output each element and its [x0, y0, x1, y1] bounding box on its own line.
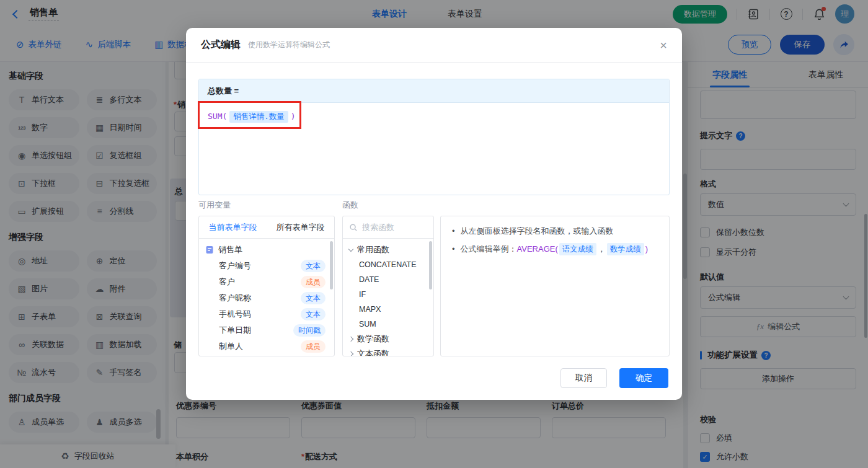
document-icon: [205, 245, 214, 254]
tree-root-form[interactable]: 销售单: [199, 242, 334, 258]
cancel-button[interactable]: 取消: [560, 368, 607, 388]
function-item-concatenate[interactable]: CONCATENATE: [343, 257, 433, 272]
variable-row[interactable]: 下单日期时间戳: [199, 322, 334, 338]
functions-section-label: 函数: [342, 200, 358, 211]
list-item-partial[interactable]: [199, 355, 334, 356]
variable-type-badge: 时间戳: [293, 324, 326, 337]
variable-type-badge: 文本: [301, 292, 326, 304]
confirm-button[interactable]: 确定: [619, 368, 668, 388]
function-name: SUM(: [208, 112, 227, 121]
tab-current-form-fields[interactable]: 当前表单字段: [209, 222, 257, 233]
functions-list: 常用函数 CONCATENATEDATEIFMAPXSUM 数学函数 文本函数: [343, 239, 433, 356]
function-item-mapx[interactable]: MAPX: [343, 302, 433, 317]
variable-row[interactable]: 制单人成员: [199, 338, 334, 355]
variables-section-label: 可用变量: [198, 200, 231, 211]
variables-list: 销售单 客户编号文本客户成员客户昵称文本手机号码文本下单日期时间戳制单人成员: [199, 239, 334, 356]
function-item-sum[interactable]: SUM: [343, 317, 433, 332]
app-window: 销售单 表单设计 表单设置 数据管理 ? 理 ⊘表单外链∿后端脚本▥数据权限 预…: [0, 0, 868, 468]
variable-name: 客户: [219, 276, 235, 288]
example-field-chip: 语文成绩: [559, 243, 596, 255]
variable-row[interactable]: 手机号码文本: [199, 306, 334, 322]
formula-editor: 总数量 = SUM(销售详情.数量): [198, 79, 670, 195]
variable-type-badge: 成员: [301, 276, 326, 288]
function-group-common[interactable]: 常用函数: [343, 242, 433, 257]
function-item-date[interactable]: DATE: [343, 272, 433, 287]
function-search-input[interactable]: [362, 223, 424, 232]
example-function-name: AVERAGE(: [517, 244, 558, 254]
chevron-right-icon: [348, 351, 353, 356]
chevron-right-icon: [348, 337, 353, 342]
variable-name: 下单日期: [219, 325, 251, 336]
function-items: CONCATENATEDATEIFMAPXSUM: [343, 257, 433, 332]
search-icon: [349, 223, 358, 232]
formula-target: 总数量 =: [199, 79, 669, 103]
formula-editor-modal: 公式编辑 使用数学运算符编辑公式 × 总数量 = SUM(销售详情.数量) 可用…: [186, 28, 682, 400]
variables-panel: 当前表单字段 所有表单字段 销售单 客户编号文本客户成员客户昵称文本手机号码文本…: [198, 216, 335, 356]
functions-panel: 常用函数 CONCATENATEDATEIFMAPXSUM 数学函数 文本函数: [342, 216, 434, 356]
modal-header: 公式编辑 使用数学运算符编辑公式 ×: [186, 28, 682, 63]
variable-name: 手机号码: [219, 309, 251, 320]
function-group-text[interactable]: 文本函数: [343, 347, 433, 356]
close-icon[interactable]: ×: [660, 39, 667, 51]
variable-name: 制单人: [219, 341, 243, 352]
variables-tabs: 当前表单字段 所有表单字段: [199, 216, 334, 239]
tip-line-2: • 公式编辑举例：AVERAGE(语文成绩，数学成绩): [452, 243, 658, 255]
function-search[interactable]: [343, 216, 433, 239]
example-field-chip: 数学成绩: [607, 243, 644, 255]
variable-row[interactable]: 客户编号文本: [199, 258, 334, 274]
modal-title: 公式编辑: [201, 38, 241, 51]
tip-line-1: • 从左侧面板选择字段名和函数，或输入函数: [452, 225, 658, 237]
variable-row[interactable]: 客户昵称文本: [199, 290, 334, 306]
variable-type-badge: 文本: [301, 260, 326, 272]
variable-rows: 客户编号文本客户成员客户昵称文本手机号码文本下单日期时间戳制单人成员: [199, 258, 334, 355]
variable-name: 客户昵称: [219, 293, 251, 304]
functions-scrollbar[interactable]: [429, 241, 432, 289]
chevron-down-icon: [348, 246, 353, 251]
variable-type-badge: 成员: [301, 340, 326, 353]
variable-name: 客户编号: [219, 260, 251, 272]
variable-type-badge: 文本: [301, 308, 326, 320]
modal-subtitle: 使用数学运算符编辑公式: [248, 40, 330, 50]
function-close: ): [291, 112, 296, 121]
variables-scrollbar[interactable]: [330, 241, 333, 289]
modal-footer: 取消 确定: [560, 368, 668, 388]
variable-row[interactable]: 客户成员: [199, 274, 334, 290]
formula-input-area[interactable]: SUM(销售详情.数量): [199, 103, 669, 131]
function-item-if[interactable]: IF: [343, 287, 433, 302]
tab-all-form-fields[interactable]: 所有表单字段: [277, 222, 325, 233]
tips-panel: • 从左侧面板选择字段名和函数，或输入函数 • 公式编辑举例：AVERAGE(语…: [440, 216, 670, 356]
function-group-math[interactable]: 数学函数: [343, 332, 433, 347]
field-token[interactable]: 销售详情.数量: [229, 111, 288, 123]
